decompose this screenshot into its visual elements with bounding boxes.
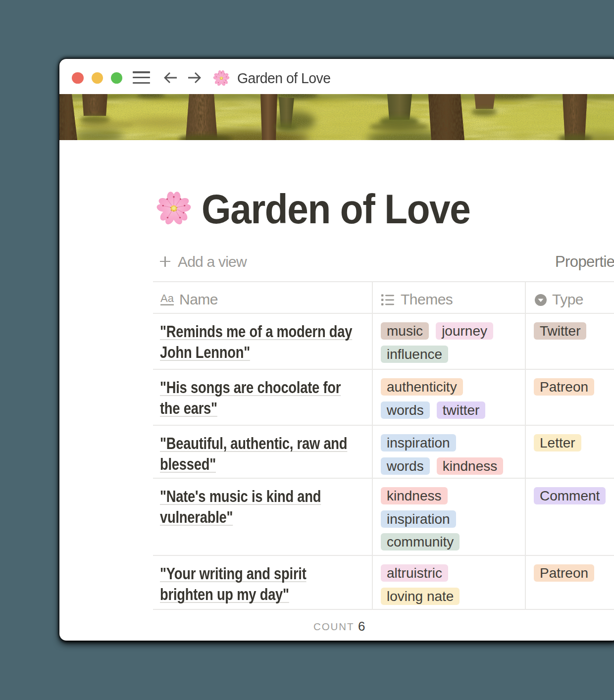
svg-text:Aa: Aa [160,294,174,304]
